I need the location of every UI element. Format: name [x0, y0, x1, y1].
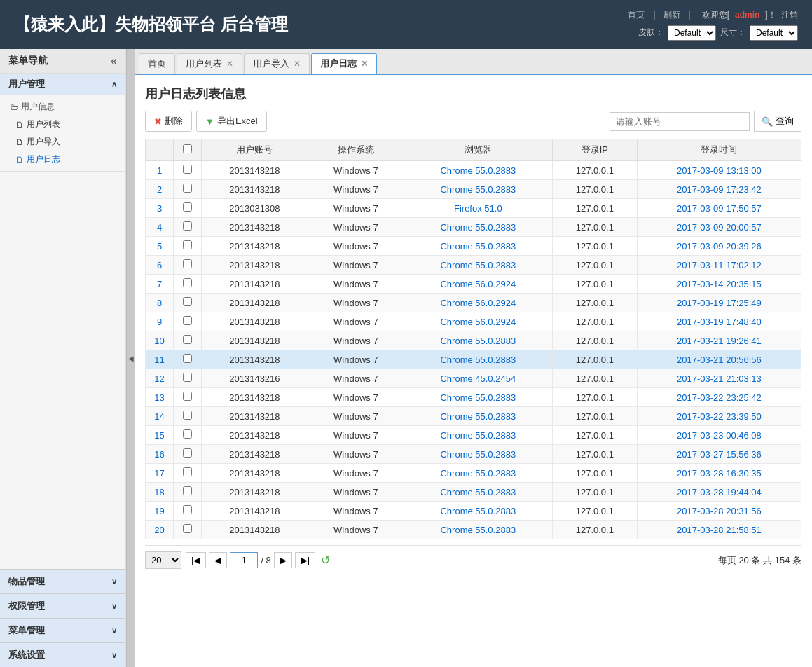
cell-checkbox: [174, 275, 202, 294]
th-os: 操作系统: [308, 139, 404, 161]
cell-ip: 127.0.0.1: [552, 483, 637, 502]
sidebar-bottom-menu[interactable]: 菜单管理 ∨: [0, 618, 125, 642]
sidebar-section-user-management[interactable]: 用户管理 ∧: [0, 74, 125, 95]
row-checkbox[interactable]: [183, 467, 192, 476]
th-ip: 登录IP: [552, 139, 637, 161]
cell-num: 5: [146, 237, 174, 256]
cell-checkbox: [174, 199, 202, 218]
page-last-btn[interactable]: ▶|: [295, 552, 315, 568]
cell-account: 2013143218: [202, 218, 308, 237]
cell-account: 2013143218: [202, 294, 308, 312]
cell-checkbox: [174, 521, 202, 539]
table-row: 6 2013143218 Windows 7 Chrome 55.0.2883 …: [146, 256, 801, 275]
row-checkbox[interactable]: [183, 297, 192, 306]
sidebar-section-chevron: ∧: [111, 80, 117, 89]
page-refresh-btn[interactable]: ↺: [321, 553, 330, 567]
page-first-btn[interactable]: |◀: [186, 552, 206, 568]
cell-time: 2017-03-21 19:26:41: [637, 331, 801, 350]
page-prev-btn[interactable]: ◀: [209, 552, 227, 568]
nav-home-link[interactable]: 首页: [628, 10, 645, 20]
cell-account: 2013143218: [202, 237, 308, 256]
row-checkbox[interactable]: [183, 259, 192, 268]
row-checkbox[interactable]: [183, 505, 192, 514]
tab-user-log[interactable]: 用户日志 ✕: [311, 53, 377, 74]
cell-num: 2: [146, 180, 174, 199]
row-checkbox[interactable]: [183, 486, 192, 495]
sidebar-item-user-import[interactable]: 🗋 用户导入: [0, 133, 125, 151]
search-input[interactable]: [610, 112, 750, 131]
sidebar-item-user-log[interactable]: 🗋 用户日志: [0, 151, 125, 168]
cell-account: 2013031308: [202, 199, 308, 218]
table-row: 18 2013143218 Windows 7 Chrome 55.0.2883…: [146, 483, 801, 502]
sidebar-item-user-list[interactable]: 🗋 用户列表: [0, 116, 125, 133]
page-next-btn[interactable]: ▶: [274, 552, 292, 568]
cell-browser: Chrome 55.0.2883: [404, 180, 552, 199]
cell-browser: Chrome 55.0.2883: [404, 237, 552, 256]
cell-num: 10: [146, 331, 174, 350]
export-button[interactable]: ▼ 导出Excel: [196, 111, 267, 132]
sidebar-section-user: 用户管理 ∧ 🗁 用户信息 🗋 用户列表 🗋 用户导入 🗋 用: [0, 74, 125, 172]
cell-time: 2017-03-22 23:25:42: [637, 388, 801, 407]
skin-label: 皮肤：: [638, 27, 663, 39]
cell-browser: Chrome 55.0.2883: [404, 331, 552, 350]
pagination-right: 每页 20 条,共 154 条: [718, 554, 801, 567]
tab-user-import[interactable]: 用户导入 ✕: [244, 53, 310, 74]
row-checkbox[interactable]: [183, 373, 192, 382]
row-checkbox[interactable]: [183, 278, 192, 287]
sidebar-toggle-handle[interactable]: ◀: [126, 49, 135, 667]
row-checkbox[interactable]: [183, 202, 192, 212]
sidebar-collapse-btn[interactable]: «: [111, 55, 117, 67]
row-checkbox[interactable]: [183, 221, 192, 231]
cell-num: 16: [146, 445, 174, 464]
tab-user-log-close[interactable]: ✕: [361, 59, 368, 69]
row-checkbox[interactable]: [183, 524, 192, 533]
cell-browser: Chrome 56.0.2924: [404, 294, 552, 312]
file-icon-2: 🗋: [15, 137, 24, 147]
nav-refresh-link[interactable]: 刷新: [663, 10, 680, 20]
tab-user-list-close[interactable]: ✕: [226, 59, 233, 69]
delete-button[interactable]: ✖ 删除: [145, 111, 192, 132]
size-select[interactable]: Default: [750, 25, 798, 41]
select-all-checkbox[interactable]: [183, 144, 192, 153]
cell-os: Windows 7: [308, 369, 404, 388]
row-checkbox[interactable]: [183, 411, 192, 420]
cell-os: Windows 7: [308, 218, 404, 237]
row-checkbox[interactable]: [183, 335, 192, 344]
cell-checkbox: [174, 445, 202, 464]
cell-browser: Chrome 55.0.2883: [404, 350, 552, 369]
cell-ip: 127.0.0.1: [552, 237, 637, 256]
page-size-select[interactable]: 20 50 100: [145, 551, 181, 569]
row-checkbox[interactable]: [183, 354, 192, 363]
sidebar-bottom-auth[interactable]: 权限管理 ∨: [0, 593, 125, 618]
row-checkbox[interactable]: [183, 316, 192, 325]
cell-time: 2017-03-19 17:25:49: [637, 294, 801, 312]
sidebar-bottom-settings[interactable]: 系统设置 ∨: [0, 642, 125, 667]
row-checkbox[interactable]: [183, 429, 192, 439]
cell-time: 2017-03-22 23:39:50: [637, 407, 801, 426]
row-checkbox[interactable]: [183, 184, 192, 193]
pagination-left: 20 50 100 |◀ ◀ / 8 ▶ ▶| ↺: [145, 551, 330, 569]
nav-welcome: 欢迎您[: [702, 10, 729, 20]
cell-checkbox: [174, 331, 202, 350]
nav-logout-link[interactable]: 注销: [781, 10, 798, 20]
header: 【猿来入此】失物招领平台 后台管理 首页 ｜ 刷新 ｜ 欢迎您[admin]！ …: [0, 0, 812, 49]
tab-user-import-close[interactable]: ✕: [294, 59, 301, 69]
cell-browser: Firefox 51.0: [404, 199, 552, 218]
sidebar-header: 菜单导航 «: [0, 49, 125, 74]
search-button[interactable]: 🔍 查询: [754, 111, 801, 132]
cell-os: Windows 7: [308, 312, 404, 331]
row-checkbox[interactable]: [183, 392, 192, 401]
row-checkbox[interactable]: [183, 240, 192, 249]
page-current-input[interactable]: [230, 552, 258, 568]
cell-checkbox: [174, 483, 202, 502]
skin-select[interactable]: Default: [668, 25, 716, 41]
tab-user-list[interactable]: 用户列表 ✕: [177, 53, 242, 74]
row-checkbox[interactable]: [183, 448, 192, 458]
sidebar-bottom-goods[interactable]: 物品管理 ∨: [0, 569, 125, 593]
cell-ip: 127.0.0.1: [552, 312, 637, 331]
row-checkbox[interactable]: [183, 165, 192, 174]
table-row: 10 2013143218 Windows 7 Chrome 55.0.2883…: [146, 331, 801, 350]
table-body: 1 2013143218 Windows 7 Chrome 55.0.2883 …: [146, 161, 801, 539]
cell-time: 2017-03-09 20:39:26: [637, 237, 801, 256]
tab-home[interactable]: 首页: [139, 53, 175, 74]
